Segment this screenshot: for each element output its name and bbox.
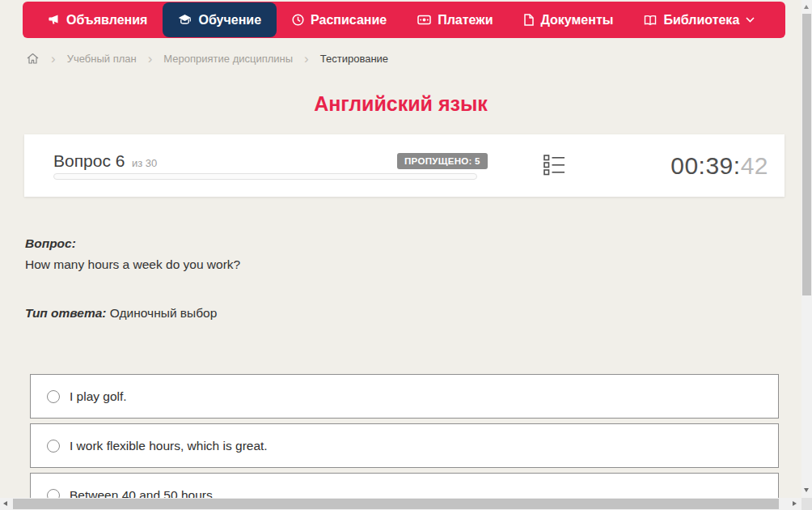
clock-icon (292, 14, 304, 26)
breadcrumb: › Учебный план › Мероприятие дисциплины … (26, 50, 388, 66)
answer-option[interactable]: I work flexible hours, which is great. (30, 423, 779, 468)
page-title: Английский язык (0, 92, 801, 116)
megaphone-icon (48, 14, 60, 26)
chevron-down-icon (746, 17, 755, 23)
nav-item-label: Обучение (198, 13, 261, 28)
question-label: Вопрос: (25, 236, 76, 251)
nav-item-payments[interactable]: Платежи (402, 2, 508, 38)
scroll-down-arrow-icon[interactable] (804, 488, 809, 492)
vertical-scrollbar[interactable] (801, 0, 812, 498)
question-list-icon[interactable] (543, 154, 565, 176)
answer-option-label: I play golf. (70, 389, 127, 404)
nav-item-label: Расписание (311, 13, 387, 28)
nav-item-schedule[interactable]: Расписание (277, 2, 402, 38)
question-card: Вопрос 6 из 30 ПРОПУЩЕНО: 5 00:39:42 (24, 134, 785, 197)
breadcrumb-item-testing: Тестирование (320, 53, 388, 65)
breadcrumb-item-discipline-event[interactable]: Мероприятие дисциплины (163, 53, 293, 65)
book-icon (644, 15, 657, 26)
scroll-left-arrow-icon[interactable] (3, 501, 7, 506)
timer: 00:39:42 (670, 152, 768, 180)
question-text: How many hours a week do you work? (25, 257, 240, 272)
answer-type: Тип ответа: Одиночный выбор (25, 306, 217, 321)
radio-button[interactable] (47, 440, 60, 453)
horizontal-scrollbar-thumb[interactable] (13, 499, 779, 509)
question-total: из 30 (132, 157, 157, 169)
document-icon (523, 14, 534, 26)
timer-hours-minutes: 00:39: (670, 152, 740, 179)
nav-item-label: Платежи (438, 13, 493, 28)
breadcrumb-separator: › (304, 52, 309, 66)
answer-option[interactable]: I play golf. (30, 374, 779, 419)
question-number: Вопрос 6 (53, 151, 125, 170)
graduation-cap-icon (178, 14, 192, 26)
home-icon[interactable] (26, 52, 40, 66)
vertical-scrollbar-thumb[interactable] (802, 14, 811, 295)
breadcrumb-item-curriculum[interactable]: Учебный план (67, 53, 137, 65)
timer-seconds: 42 (741, 152, 768, 179)
progress-bar (53, 173, 477, 180)
nav-item-announcements[interactable]: Объявления (32, 2, 163, 38)
nav-item-label: Документы (540, 13, 613, 28)
nav-item-label: Объявления (66, 13, 147, 28)
breadcrumb-separator: › (51, 52, 56, 66)
question-counter: Вопрос 6 из 30 (53, 151, 157, 171)
answer-type-value: Одиночный выбор (110, 306, 218, 320)
answer-type-label: Тип ответа: (25, 306, 107, 320)
radio-button[interactable] (47, 390, 60, 403)
scroll-right-arrow-icon[interactable] (793, 501, 797, 506)
horizontal-scrollbar[interactable] (0, 498, 801, 510)
nav-item-documents[interactable]: Документы (508, 2, 628, 38)
breadcrumb-separator: › (148, 52, 153, 66)
nav-item-learning[interactable]: Обучение (163, 2, 277, 37)
scrollbar-corner (801, 498, 812, 510)
answer-option-label: I work flexible hours, which is great. (70, 439, 268, 453)
skipped-badge: ПРОПУЩЕНО: 5 (397, 153, 488, 169)
nav-item-label: Библиотека (663, 13, 739, 28)
banknote-icon (417, 15, 431, 25)
scroll-up-arrow-icon[interactable] (804, 5, 809, 9)
nav-item-library[interactable]: Библиотека (628, 2, 770, 38)
top-navigation: Объявления Обучение Расписание Платежи Д… (23, 2, 785, 38)
